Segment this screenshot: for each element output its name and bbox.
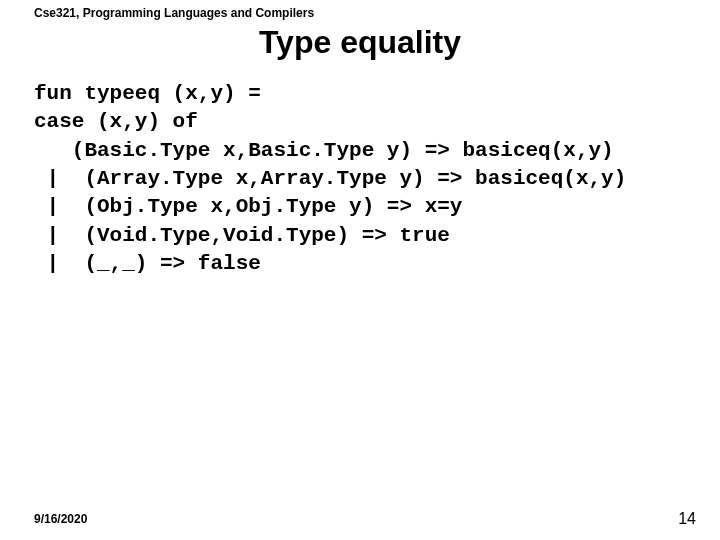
- course-header: Cse321, Programming Languages and Compil…: [34, 6, 314, 20]
- page-number: 14: [678, 510, 696, 528]
- footer-date: 9/16/2020: [34, 512, 87, 526]
- slide-title: Type equality: [0, 24, 720, 61]
- slide: Cse321, Programming Languages and Compil…: [0, 0, 720, 540]
- code-block: fun typeeq (x,y) = case (x,y) of (Basic.…: [34, 80, 700, 278]
